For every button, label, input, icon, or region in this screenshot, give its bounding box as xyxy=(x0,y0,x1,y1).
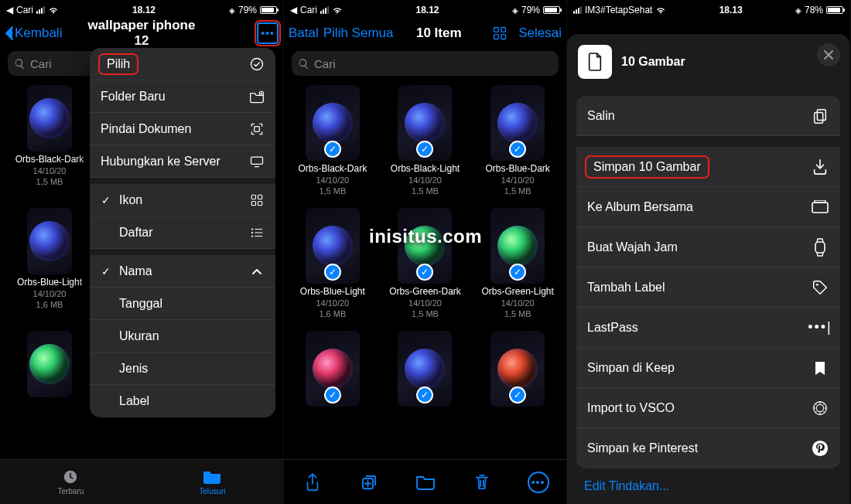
file-name: Orbs-Black-Dark xyxy=(15,155,84,165)
carrier-text: Cari xyxy=(16,5,33,15)
file-name: Orbs-Blue-Light xyxy=(17,278,82,288)
chevron-up-icon xyxy=(249,264,265,279)
action-label: Tambah Label xyxy=(587,281,665,295)
file-item[interactable]: ✓Orbs-Blue-Light14/10/201,6 MB xyxy=(292,208,374,318)
clock: 18.12 xyxy=(415,5,439,15)
watermark: inisitus.com xyxy=(369,226,482,247)
menu-sort-size[interactable]: Ukuran xyxy=(90,320,275,352)
selection-check-icon: ✓ xyxy=(416,264,433,281)
svg-point-10 xyxy=(251,235,253,237)
file-date: 14/10/20 xyxy=(33,289,67,298)
file-item[interactable]: ✓Orbs-Green-Dark14/10/201,5 MB xyxy=(384,208,467,318)
clock: 18.12 xyxy=(132,5,156,15)
grid-toggle-icon[interactable] xyxy=(492,26,508,41)
file-thumbnail: ✓ xyxy=(306,85,360,161)
file-name: Orbs-Black-Dark xyxy=(298,164,367,174)
file-item[interactable]: ✓ xyxy=(292,331,374,407)
select-all-button[interactable]: Pilih Semua xyxy=(323,26,394,41)
more-button[interactable]: ••• xyxy=(257,22,279,44)
svg-point-22 xyxy=(816,283,819,285)
action-row[interactable]: Simpan 10 Gambar xyxy=(576,147,840,187)
file-item[interactable]: ✓Orbs-Blue-Dark14/10/201,5 MB xyxy=(477,85,559,196)
file-thumbnail: ✓ xyxy=(306,331,360,407)
duplicate-button[interactable] xyxy=(358,472,380,493)
search-placeholder: Cari xyxy=(30,57,52,70)
action-label: Buat Wajah Jam xyxy=(587,240,678,254)
svg-rect-21 xyxy=(815,242,825,253)
battery-pct: 79% xyxy=(521,5,540,15)
menu-new-folder[interactable]: Folder Baru xyxy=(90,80,275,113)
menu-connect-server[interactable]: Hubungkan ke Server xyxy=(90,145,275,178)
back-button[interactable]: Kembali xyxy=(5,26,62,41)
svg-rect-6 xyxy=(251,201,255,205)
done-button[interactable]: Selesai xyxy=(518,26,562,41)
action-row[interactable]: Simpan di Keep xyxy=(576,348,840,388)
action-row[interactable]: Buat Wajah Jam xyxy=(576,227,840,267)
close-button[interactable] xyxy=(817,43,840,66)
file-item[interactable]: Orbs-Blue-Light 14/10/20 1,6 MB xyxy=(14,208,85,309)
file-size: 1,5 MB xyxy=(412,186,439,196)
file-date: 14/10/20 xyxy=(316,175,349,185)
battery-pct: 79% xyxy=(238,5,257,15)
action-row[interactable]: LastPass•••| xyxy=(576,308,840,348)
action-row[interactable]: Salin xyxy=(576,96,840,136)
checkmark-icon: ✓ xyxy=(101,265,111,278)
file-item[interactable] xyxy=(14,331,85,397)
share-button[interactable] xyxy=(302,472,323,493)
menu-select[interactable]: Pilih xyxy=(90,48,275,80)
file-item[interactable]: ✓Orbs-Green-Light14/10/201,5 MB xyxy=(477,208,559,318)
new-folder-icon xyxy=(249,89,265,104)
vsco-icon xyxy=(811,399,829,417)
file-name: Orbs-Green-Light xyxy=(481,287,553,297)
more-button[interactable]: ••• xyxy=(528,472,549,493)
file-item[interactable]: ✓Orbs-Black-Dark14/10/201,5 MB xyxy=(292,85,374,196)
page-title: wallpaper iphone 12 xyxy=(82,18,201,49)
menu-sort-kind[interactable]: Jenis xyxy=(90,352,275,385)
wifi-icon xyxy=(48,6,59,14)
action-row[interactable]: Ke Album Bersama xyxy=(576,187,840,227)
selection-check-icon: ✓ xyxy=(416,141,433,158)
wifi-icon xyxy=(332,6,343,14)
file-thumbnail: ✓ xyxy=(490,208,545,284)
svg-rect-3 xyxy=(251,157,263,164)
action-label: Import to VSCO xyxy=(587,401,675,415)
edit-actions-link[interactable]: Edit Tindakan... xyxy=(567,468,849,493)
file-size: 1,5 MB xyxy=(319,186,346,196)
tab-browse[interactable]: Telusuri xyxy=(199,468,225,495)
menu-label: Nama xyxy=(119,264,152,278)
menu-sort-tag[interactable]: Label xyxy=(90,385,275,417)
action-label: LastPass xyxy=(587,321,638,335)
move-button[interactable] xyxy=(415,472,436,493)
menu-label: Daftar xyxy=(119,226,153,240)
file-item[interactable]: ✓Orbs-Black-Light14/10/201,5 MB xyxy=(384,85,467,196)
file-thumbnail xyxy=(27,208,72,274)
file-item[interactable]: ✓ xyxy=(477,331,559,407)
svg-point-25 xyxy=(812,441,828,456)
file-item[interactable]: ✓ xyxy=(384,331,467,407)
wifi-icon xyxy=(655,6,666,14)
menu-scan-document[interactable]: Pindai Dokumen xyxy=(90,113,275,145)
file-thumbnail: ✓ xyxy=(306,208,360,284)
svg-rect-20 xyxy=(815,200,825,203)
file-item[interactable]: Orbs-Black-Dark 14/10/20 1,5 MB xyxy=(14,85,85,186)
menu-label: Jenis xyxy=(119,362,148,376)
action-row[interactable]: Tambah Label xyxy=(576,267,840,308)
menu-view-list[interactable]: Daftar xyxy=(90,216,275,249)
delete-button[interactable] xyxy=(471,472,493,493)
status-bar: IM3#TetapSehat 18.13 ◈78% xyxy=(567,0,849,19)
folder-icon xyxy=(202,468,222,485)
cancel-button[interactable]: Batal xyxy=(289,26,319,41)
file-size: 1,5 MB xyxy=(504,309,531,318)
menu-sort-name[interactable]: ✓Nama xyxy=(90,255,275,288)
location-icon: ◈ xyxy=(229,6,235,15)
back-caret-icon: ◀ xyxy=(6,5,13,15)
file-thumbnail xyxy=(27,331,72,397)
file-name: Orbs-Black-Light xyxy=(391,164,460,174)
menu-view-icons[interactable]: ✓Ikon xyxy=(90,184,275,216)
action-row[interactable]: Import to VSCO xyxy=(576,388,840,428)
menu-sort-date[interactable]: Tanggal xyxy=(90,288,275,320)
tab-recent[interactable]: Terbaru xyxy=(57,468,84,495)
svg-point-24 xyxy=(816,404,823,411)
action-row[interactable]: Simpan ke Pinterest xyxy=(576,428,840,468)
search-input[interactable]: Cari xyxy=(292,51,559,76)
